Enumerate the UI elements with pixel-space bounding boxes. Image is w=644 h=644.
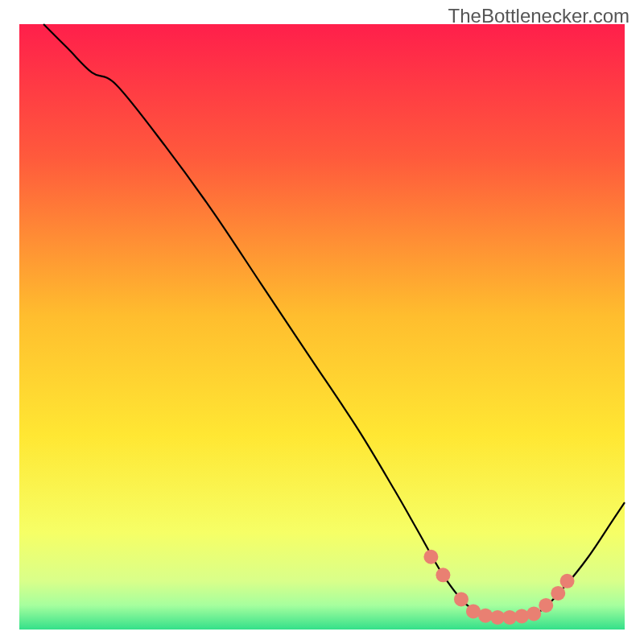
marker-dot	[423, 550, 438, 564]
marker-dot	[539, 598, 553, 613]
plot-background	[19, 24, 625, 630]
marker-dot	[526, 606, 541, 621]
marker-dot	[514, 609, 529, 623]
marker-dot	[560, 574, 575, 588]
plot-bottom-margin	[19, 630, 625, 636]
marker-dot	[478, 609, 493, 623]
chart-container: TheBottlenecker.com	[0, 0, 644, 644]
marker-dot	[436, 568, 450, 582]
marker-dot	[551, 586, 565, 601]
watermark-label: TheBottlenecker.com	[448, 5, 630, 27]
bottleneck-chart	[0, 0, 644, 644]
marker-dot	[454, 592, 469, 606]
